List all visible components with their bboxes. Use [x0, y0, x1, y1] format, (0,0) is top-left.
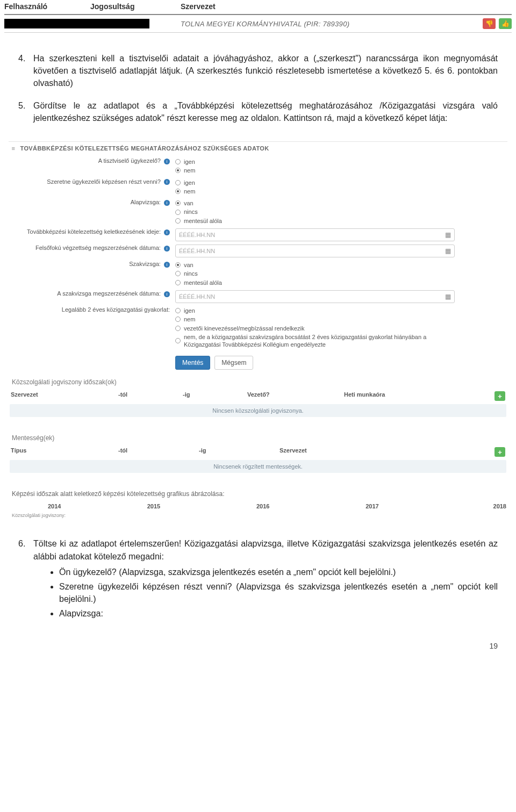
subsection-graf-title: Képzési időszak alatt keletkező képzési …: [9, 484, 507, 501]
radio-label: van: [184, 199, 194, 207]
cancel-button[interactable]: Mégsem: [214, 356, 253, 370]
org-name: TOLNA MEGYEI KORMÁNYHIVATAL (PIR: 789390…: [181, 20, 479, 28]
radio-alapvizsga-nincs[interactable]: [175, 210, 181, 215]
placeholder: ÉÉÉÉ.HH.NN: [179, 232, 445, 238]
radio-label: nem: [184, 315, 195, 323]
label-gyakorlat: Legalább 2 éves közigazgatási gyakorlat:: [62, 306, 170, 313]
year-2016: 2016: [209, 503, 318, 509]
divider: [4, 14, 512, 15]
list-number: 4.: [18, 52, 33, 90]
radio-label: mentesül alóla: [184, 279, 222, 286]
page-number: 19: [0, 637, 516, 660]
radio-szeretne-nem[interactable]: [175, 189, 181, 194]
radio-label: van: [184, 261, 194, 269]
col-vezeto: Vezető?: [245, 391, 342, 401]
subsection-jogviszony-title: Közszolgálati jogviszony időszak(ok): [9, 372, 507, 389]
mentesseg-empty: Nincsenek rögzített mentességek.: [10, 460, 506, 473]
year-2015: 2015: [99, 503, 208, 509]
radio-label: nem: [184, 167, 195, 174]
label-szeretne: Szeretne ügykezelői képzésen részt venni…: [47, 178, 161, 185]
radio-gyak-igen[interactable]: [175, 308, 181, 313]
form-section-header[interactable]: ≡ TOVÁBBKÉPZÉSI KÖTELEZETTSÉG MEGHATÁROZ…: [9, 141, 507, 156]
radio-szakvizsga-nincs[interactable]: [175, 271, 181, 276]
info-icon[interactable]: i: [164, 291, 170, 297]
placeholder: ÉÉÉÉ.HH.NN: [179, 293, 445, 300]
radio-label: igen: [184, 307, 195, 314]
col-ig: -ig: [197, 447, 277, 457]
radio-label: nincs: [184, 270, 198, 277]
calendar-icon[interactable]: ▦: [445, 247, 451, 255]
radio-label: nincs: [184, 208, 198, 215]
radio-gyak-nemde[interactable]: [175, 338, 181, 343]
radio-szeretne-igen[interactable]: [175, 180, 181, 185]
label-felsofoku: Felsőfokú végzettség megszerzésének dátu…: [35, 245, 161, 251]
input-szakv-datum[interactable]: ÉÉÉÉ.HH.NN ▦: [175, 290, 455, 303]
input-tovabb-kelet[interactable]: ÉÉÉÉ.HH.NN ▦: [175, 228, 455, 241]
thumbs-up-icon: 👍: [501, 20, 510, 27]
radio-label: igen: [184, 158, 195, 166]
radio-label: igen: [184, 179, 195, 186]
info-icon[interactable]: i: [164, 179, 170, 185]
radio-label: nem: [184, 188, 195, 195]
radio-ugykezelo-nem[interactable]: [175, 168, 181, 173]
approve-button[interactable]: 👍: [499, 18, 512, 29]
radio-ugykezelo-igen[interactable]: [175, 159, 181, 164]
radio-gyak-nem[interactable]: [175, 317, 181, 322]
list-number: 5.: [18, 99, 33, 124]
radio-label: nem, de a közigazgatási szakvizsgára boc…: [184, 333, 453, 349]
col-tol: -tól: [116, 391, 181, 401]
info-icon[interactable]: i: [164, 229, 170, 235]
info-icon[interactable]: i: [164, 262, 170, 268]
thumbs-down-icon: 👎: [485, 20, 493, 27]
info-icon[interactable]: i: [164, 246, 170, 251]
year-2017: 2017: [318, 503, 427, 509]
radio-alapvizsga-mentesul[interactable]: [175, 218, 181, 224]
col-szervezet: Szervezet: [277, 447, 492, 457]
label-ugykezelo: A tisztviselő ügykezelő?: [98, 157, 161, 164]
bullet-3: Alapvizsga:: [59, 607, 498, 620]
list-number: 6.: [18, 537, 33, 622]
radio-gyak-vezetoi[interactable]: [175, 326, 181, 331]
col-header-role: Jogosultság: [90, 2, 181, 11]
label-alapvizsga: Alapvizsga:: [131, 199, 161, 205]
col-tipus: Típus: [9, 447, 116, 457]
radio-label: mentesül alóla: [184, 217, 222, 225]
col-szervezet: Szervezet: [9, 391, 116, 401]
add-jogviszony-button[interactable]: +: [494, 391, 505, 401]
save-button[interactable]: Mentés: [175, 356, 210, 370]
paragraph-5: Gördítse le az adatlapot és a „Továbbkép…: [33, 99, 498, 124]
redacted-user-cell: [4, 19, 149, 28]
col-header-user: Felhasználó: [4, 2, 90, 11]
col-tol: -tól: [116, 447, 197, 457]
col-ig: -ig: [181, 391, 245, 401]
label-szakvizsga: Szakvizsga:: [129, 261, 161, 267]
input-felsofoku[interactable]: ÉÉÉÉ.HH.NN ▦: [175, 245, 455, 257]
jogviszony-empty: Nincsen közszolgálati jogviszonya.: [10, 404, 506, 417]
bullet-2: Szeretne ügykezelői képzésen részt venni…: [59, 580, 498, 605]
calendar-icon[interactable]: ▦: [445, 231, 451, 239]
radio-szakvizsga-van[interactable]: [175, 262, 181, 268]
radio-label: vezetői kinevezéssel/megbízással rendelk…: [184, 325, 304, 332]
collapse-icon: ≡: [11, 145, 16, 152]
col-header-org: Szervezet: [181, 2, 512, 11]
paragraph-6: Töltse ki az adatlapot értelemszerűen! K…: [33, 539, 498, 561]
placeholder: ÉÉÉÉ.HH.NN: [179, 248, 445, 254]
reject-button[interactable]: 👎: [483, 18, 496, 29]
info-icon[interactable]: i: [164, 159, 170, 164]
info-icon[interactable]: i: [164, 200, 170, 206]
radio-alapvizsga-van[interactable]: [175, 200, 181, 206]
label-tovabb-kelet: Továbbképzési kötelezettség keletkezésén…: [27, 228, 161, 235]
subsection-mentesseg-title: Mentesség(ek): [9, 428, 507, 445]
year-2014: 2014: [10, 503, 99, 509]
label-szakv-datum: A szakvizsga megszerzésének dátuma:: [57, 290, 161, 297]
graf-row-label: Közszolgálati jogviszony:: [9, 512, 507, 522]
col-heti: Heti munkaóra: [342, 391, 492, 401]
radio-szakvizsga-mentesul[interactable]: [175, 280, 181, 285]
form-section-title: TOVÁBBKÉPZÉSI KÖTELEZETTSÉG MEGHATÁROZÁS…: [20, 145, 269, 152]
calendar-icon[interactable]: ▦: [445, 293, 451, 300]
add-mentesseg-button[interactable]: +: [494, 447, 505, 457]
bullet-1: Ön ügykezelő? (Alapvizsga, szakvizsga je…: [59, 566, 498, 578]
year-2018: 2018: [427, 503, 506, 509]
paragraph-4: Ha szerkeszteni kell a tisztviselői adat…: [33, 52, 498, 90]
